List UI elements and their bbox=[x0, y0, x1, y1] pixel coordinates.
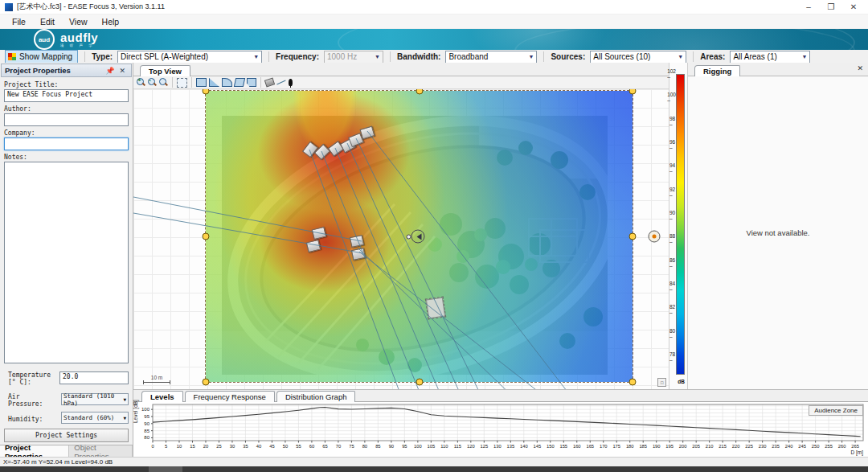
colorbar-tick: 90 – bbox=[669, 210, 676, 221]
measure-line-icon[interactable] bbox=[276, 79, 286, 87]
audfly-logo: aud audfly 清 听 声 学 bbox=[34, 29, 98, 50]
area-handle[interactable] bbox=[629, 379, 637, 386]
chevron-down-icon: ▼ bbox=[801, 54, 807, 60]
notes-label: Notes: bbox=[4, 154, 129, 161]
area-handle[interactable] bbox=[203, 233, 210, 240]
left-panel-tabs: Project PropertiesObject Properties bbox=[0, 445, 133, 458]
svg-text:120: 120 bbox=[467, 444, 475, 449]
close-button[interactable]: ✕ bbox=[842, 1, 865, 13]
rigging-panel: Rigging ✕ View not available. bbox=[688, 63, 868, 389]
svg-text:90: 90 bbox=[389, 444, 394, 449]
close-rigging-icon[interactable]: ✕ bbox=[857, 64, 863, 72]
svg-text:135: 135 bbox=[506, 444, 514, 449]
add-speaker-icon[interactable] bbox=[264, 78, 275, 88]
type-combobox[interactable]: Direct SPL (A-Weighted)▼ bbox=[117, 51, 262, 64]
area-center-marker[interactable] bbox=[411, 230, 425, 244]
notes-field[interactable] bbox=[4, 162, 129, 363]
zoom-reset-icon[interactable] bbox=[159, 78, 168, 87]
tab-object-properties[interactable]: Object Properties bbox=[69, 445, 133, 458]
levels-chart: 8085909510005101520253035404550556065707… bbox=[133, 402, 868, 457]
window-title: [艺术中心.fc3] - EASE Focus 3, Version 3.1.1… bbox=[17, 2, 797, 12]
draw-triangle-area-icon[interactable] bbox=[209, 78, 219, 87]
draw-quad-area-icon[interactable] bbox=[234, 78, 245, 87]
svg-text:80: 80 bbox=[362, 444, 367, 449]
type-label: Type: bbox=[92, 52, 113, 61]
svg-text:100: 100 bbox=[141, 407, 150, 412]
scale-bar-icon bbox=[143, 382, 170, 383]
draw-arc-area-icon[interactable] bbox=[222, 78, 232, 87]
company-field[interactable] bbox=[4, 137, 129, 150]
bandwidth-combobox[interactable]: Broadband▼ bbox=[445, 51, 537, 64]
draw-polygon-area-icon[interactable] bbox=[247, 78, 256, 87]
svg-text:250: 250 bbox=[812, 444, 820, 449]
colorbar-tick: 94 – bbox=[669, 162, 676, 174]
frequency-combobox[interactable]: 1000 Hz▼ bbox=[324, 51, 383, 64]
svg-text:180: 180 bbox=[626, 444, 634, 449]
colorbar-tick: 88 – bbox=[669, 233, 676, 244]
brand-banner: aud audfly 清 听 声 学 bbox=[0, 29, 868, 50]
project-settings-button[interactable]: Project Settings bbox=[4, 429, 129, 442]
svg-text:15: 15 bbox=[190, 444, 194, 449]
svg-text:240: 240 bbox=[785, 444, 793, 449]
sources-combobox[interactable]: All Sources (10)▼ bbox=[590, 51, 686, 64]
area-handle[interactable] bbox=[629, 233, 637, 240]
colorbar-tick: 78 – bbox=[669, 351, 676, 363]
top-view-canvas[interactable]: 10 m ⊡ bbox=[133, 89, 669, 389]
tab-top-view[interactable]: Top View bbox=[140, 65, 190, 76]
menu-item-view[interactable]: View bbox=[62, 16, 95, 27]
show-mapping-toggle[interactable]: Show Mapping bbox=[5, 50, 78, 64]
svg-text:150: 150 bbox=[547, 444, 555, 449]
svg-text:60: 60 bbox=[309, 444, 314, 449]
humidity-select[interactable]: Standard (60%)▼ bbox=[61, 412, 129, 424]
svg-text:130: 130 bbox=[493, 444, 502, 449]
close-panel-icon[interactable]: ✕ bbox=[117, 67, 128, 75]
audfly-logo-subtext: 清 听 声 学 bbox=[60, 44, 98, 48]
show-mapping-icon bbox=[8, 53, 16, 60]
tab-rigging[interactable]: Rigging bbox=[694, 65, 740, 76]
app-icon bbox=[5, 3, 13, 11]
area-handle[interactable] bbox=[203, 379, 210, 386]
svg-text:70: 70 bbox=[336, 444, 341, 449]
svg-text:D [m]: D [m] bbox=[850, 449, 863, 456]
colorbar-tick: 102 – bbox=[667, 68, 676, 80]
temperature-field[interactable]: 20.0 bbox=[59, 371, 129, 384]
areas-combobox[interactable]: All Areas (1)▼ bbox=[730, 51, 810, 64]
zoom-window-icon[interactable] bbox=[177, 78, 187, 88]
minimize-button[interactable]: – bbox=[797, 1, 820, 13]
svg-text:260: 260 bbox=[838, 444, 846, 449]
area-rotate-handle[interactable] bbox=[649, 231, 661, 243]
listener-probe[interactable] bbox=[426, 298, 445, 319]
project-title-label: Project Title: bbox=[4, 81, 129, 88]
svg-text:210: 210 bbox=[706, 444, 714, 449]
svg-text:195: 195 bbox=[665, 444, 674, 449]
menu-item-help[interactable]: Help bbox=[95, 16, 127, 27]
svg-text:45: 45 bbox=[269, 444, 274, 449]
pin-icon[interactable]: 📌 bbox=[103, 67, 117, 75]
audience-area-rect[interactable] bbox=[205, 90, 633, 383]
maximize-button[interactable]: ❐ bbox=[820, 1, 842, 13]
area-handle[interactable] bbox=[629, 89, 637, 95]
menu-item-edit[interactable]: Edit bbox=[33, 16, 62, 27]
svg-text:220: 220 bbox=[732, 444, 740, 449]
author-field[interactable] bbox=[4, 113, 129, 126]
tab-project-properties[interactable]: Project Properties bbox=[0, 445, 69, 458]
listener-probe-icon[interactable] bbox=[289, 79, 293, 86]
tab-levels[interactable]: Levels bbox=[141, 391, 183, 402]
menu-item-file[interactable]: File bbox=[5, 16, 33, 27]
project-title-field[interactable]: New EASE Focus Project bbox=[4, 89, 129, 102]
svg-text:115: 115 bbox=[454, 444, 461, 449]
tab-frequency-response[interactable]: Frequency Response bbox=[185, 391, 275, 402]
rigging-tab-bar: Rigging ✕ bbox=[688, 63, 868, 76]
scale-indicator: 10 m bbox=[143, 375, 170, 383]
svg-text:40: 40 bbox=[256, 444, 261, 449]
tab-distribution-graph[interactable]: Distribution Graph bbox=[276, 391, 356, 402]
svg-text:110: 110 bbox=[440, 444, 448, 449]
zoom-out-icon[interactable]: - bbox=[148, 78, 157, 87]
air-pressure-select[interactable]: Standard (1010 hPa)▼ bbox=[61, 393, 129, 405]
draw-rectangle-area-icon[interactable] bbox=[196, 78, 207, 87]
zoom-in-icon[interactable]: + bbox=[137, 78, 145, 87]
area-handle[interactable] bbox=[416, 379, 423, 386]
svg-text:200: 200 bbox=[679, 444, 687, 449]
humidity-label: Humidity: bbox=[8, 416, 55, 423]
svg-text:65: 65 bbox=[322, 444, 327, 449]
